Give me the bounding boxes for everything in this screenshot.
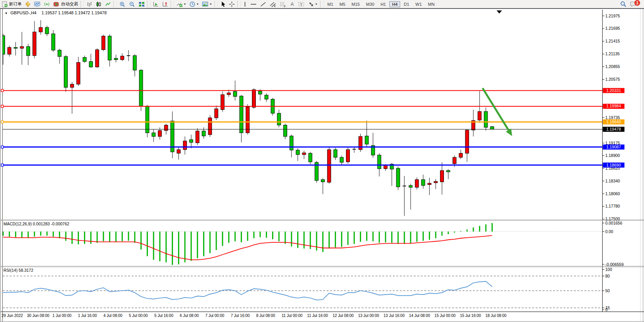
chart-shift-button[interactable] [161,0,170,8]
svg-text:6 Jul 08:00: 6 Jul 08:00 [180,313,199,318]
timeframe-button-h1[interactable]: H1 [378,1,389,7]
svg-text:30 Jun 08:00: 30 Jun 08:00 [27,313,50,318]
new-order-button[interactable]: 新订单 [0,0,23,8]
chart-title: ▼ GBPUSD-,H4 1.19537 1.19548 1.19472 1.1… [5,10,107,15]
metaeditor-icon [25,1,31,7]
horizontal-line-icon [250,1,257,7]
svg-text:1.19478: 1.19478 [606,127,621,131]
search-icon [620,1,627,7]
svg-text:1.19984: 1.19984 [606,104,621,108]
svg-text:5 Jul 00:00: 5 Jul 00:00 [129,313,148,318]
candlestick-chart-button[interactable] [94,0,103,8]
timeframe-button-m1[interactable]: M1 [325,1,336,7]
strategy-tester-button[interactable] [33,0,42,8]
zoom-in-icon [119,1,126,7]
timeframe-button-m15[interactable]: M15 [349,1,362,7]
svg-text:1.18340: 1.18340 [605,179,620,183]
search-button[interactable] [619,0,628,8]
chevron-down-icon: ▼ [209,3,212,5]
chart-shift-icon [162,1,168,7]
svg-text:100: 100 [605,267,612,272]
equidistant-channel-button[interactable]: E [268,0,277,8]
svg-text:1 Jul 00:00: 1 Jul 00:00 [53,313,72,318]
cursor-button[interactable] [219,0,227,8]
svg-text:18 Jul 08:00: 18 Jul 08:00 [485,313,507,318]
chat-button[interactable]: 1 [629,0,641,8]
svg-text:8 Jul 08:00: 8 Jul 08:00 [256,313,275,318]
svg-text:1.18060: 1.18060 [605,191,620,196]
svg-text:1.21975: 1.21975 [605,14,620,18]
auto-scroll-button[interactable] [152,0,160,8]
signals-button[interactable] [43,0,51,8]
svg-text:13 Jul 16:00: 13 Jul 16:00 [384,313,405,318]
svg-text:1 Jul 16:00: 1 Jul 16:00 [78,313,97,318]
svg-text:14 Jul 08:00: 14 Jul 08:00 [409,313,430,318]
tile-windows-button[interactable] [137,0,146,8]
fibonacci-icon: F [279,1,286,7]
zoom-out-button[interactable] [128,0,137,8]
auto-scroll-icon [153,1,159,7]
horizontal-line-button[interactable] [249,0,258,8]
chart-dropdown-icon[interactable]: ▼ [5,12,8,15]
crosshair-button[interactable] [228,0,236,8]
text-button[interactable]: A [288,0,296,8]
svg-text:4 Jul 08:00: 4 Jul 08:00 [103,313,122,318]
chart-canvas[interactable]: 1.219751.216951.214151.211351.208551.205… [0,0,644,322]
zoom-in-button[interactable] [118,0,127,8]
timeframe-button-group: M1M5M15M30H1H4D1W1MN [324,1,438,7]
rsi-pane-label: RSI(14) 58.3172 [3,268,33,273]
svg-text:13 Jul 00:00: 13 Jul 00:00 [358,313,379,318]
metaeditor-button[interactable] [24,0,32,8]
vertical-line-button[interactable] [242,0,248,8]
timeframe-button-m30[interactable]: M30 [363,1,377,7]
fibonacci-button[interactable]: F [278,0,288,8]
line-chart-button[interactable] [104,0,112,8]
svg-text:T: T [300,2,302,6]
toolbar-separator [80,1,84,7]
toolbar-separator [171,1,174,7]
svg-text:0.001656: 0.001656 [605,221,622,225]
trendline-button[interactable] [259,0,267,8]
timeframe-button-h4[interactable]: H4 [389,1,400,7]
autotrading-button[interactable]: 自动交易 [52,0,79,8]
svg-text:1.21415: 1.21415 [605,39,620,43]
trendline-icon [260,1,266,7]
periods-button[interactable]: ▼ [188,0,200,8]
signals-icon [44,1,50,7]
svg-text:1.18690: 1.18690 [606,163,621,167]
timeframe-button-w1[interactable]: W1 [413,1,425,7]
chevron-down-icon: ▼ [183,3,186,5]
svg-text:1.17780: 1.17780 [605,204,620,208]
svg-text:1.19640: 1.19640 [606,119,621,124]
svg-text:1.20575: 1.20575 [605,77,620,82]
autotrading-label: 自动交易 [61,1,78,7]
timeframe-button-d1[interactable]: D1 [401,1,412,7]
arrows-button[interactable]: ▼ [307,0,319,8]
notification-badge[interactable]: 1 [634,0,640,6]
svg-text:7 Jul 00:00: 7 Jul 00:00 [205,313,224,318]
svg-text:11 Jul 00:00: 11 Jul 00:00 [282,313,303,318]
svg-text:1.18900: 1.18900 [605,153,620,158]
svg-text:1.20855: 1.20855 [605,64,620,69]
text-label-button[interactable]: T [297,0,306,8]
svg-text:29 Jun 2022: 29 Jun 2022 [2,313,23,318]
zoom-out-icon [129,1,135,7]
svg-text:50: 50 [605,288,610,293]
bar-chart-button[interactable] [85,0,94,8]
svg-text:1.21695: 1.21695 [605,26,620,31]
new-order-icon [2,1,8,7]
text-icon: A [289,1,295,7]
timeframe-button-mn[interactable]: MN [425,1,437,7]
tile-windows-icon [139,1,145,7]
toolbar-separator [113,1,117,7]
svg-text:7 Jul 16:00: 7 Jul 16:00 [231,313,250,318]
text-label-icon: T [298,1,305,7]
indicators-button[interactable]: ▼ [175,0,187,8]
svg-text:0: 0 [605,307,608,312]
chevron-down-icon: ▼ [315,3,318,5]
templates-button[interactable]: ▼ [201,0,213,8]
timeframe-button-m5[interactable]: M5 [337,1,348,7]
svg-text:1.20331: 1.20331 [606,88,621,93]
indicators-icon [176,1,183,7]
toolbar-separator [320,1,324,7]
